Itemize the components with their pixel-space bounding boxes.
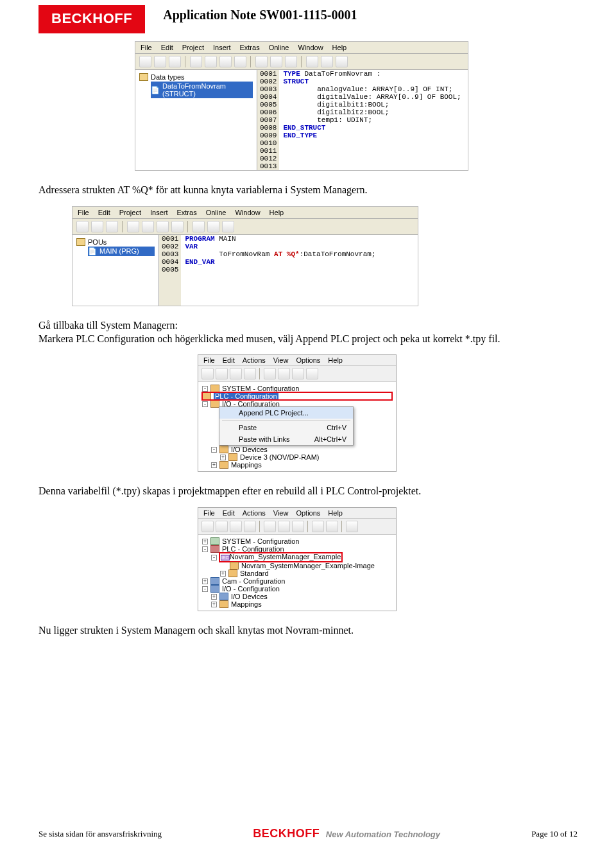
expand-icon[interactable]: -	[202, 386, 208, 392]
tree-item-struct[interactable]: 📄DataToFromNovram (STRUCT)	[151, 82, 253, 98]
toolbar-icon[interactable]	[292, 368, 304, 379]
tree-item[interactable]: +Mappings	[202, 461, 392, 469]
menu-item[interactable]: Help	[332, 44, 347, 51]
toolbar-icon[interactable]	[207, 221, 219, 232]
toolbar-icon[interactable]	[234, 56, 246, 67]
toolbar-icon[interactable]	[306, 56, 318, 67]
tree-item[interactable]: +Cam - Configuration	[202, 577, 392, 585]
tree-item[interactable]: PLC - Configuration	[202, 392, 392, 400]
expand-icon[interactable]: +	[202, 539, 208, 544]
menu-item-paste[interactable]: PasteCtrl+V	[219, 422, 353, 433]
toolbar-icon[interactable]	[76, 221, 89, 232]
menu-item[interactable]: Options	[296, 509, 320, 517]
menu-item[interactable]: Extras	[239, 44, 259, 51]
toolbar-icon[interactable]	[171, 221, 184, 232]
toolbar-icon[interactable]	[127, 221, 139, 232]
toolbar-icon[interactable]	[216, 521, 228, 532]
expand-icon[interactable]: +	[220, 571, 226, 577]
menu-item[interactable]: Options	[296, 356, 320, 364]
toolbar-icon[interactable]	[230, 521, 242, 532]
toolbar-icon[interactable]	[205, 56, 217, 67]
tree-item[interactable]: -SYSTEM - Configuration	[202, 385, 392, 392]
menu-item[interactable]: Edit	[98, 209, 110, 216]
menu-item[interactable]: Help	[270, 209, 284, 216]
menu-item[interactable]: Online	[206, 209, 227, 216]
expand-icon[interactable]: -	[202, 546, 208, 552]
menu-item[interactable]: Edit	[223, 509, 235, 517]
menu-item[interactable]: View	[273, 356, 289, 364]
tree-item[interactable]: +Device 3 (NOV/DP-RAM)	[202, 453, 392, 461]
toolbar-icon[interactable]	[201, 521, 214, 532]
tree-item[interactable]: -IECNovram_SystemManager_Example	[202, 553, 392, 562]
tree-item[interactable]: +SYSTEM - Configuration	[202, 537, 392, 545]
menu-item[interactable]: Online	[269, 44, 289, 51]
toolbar-icon[interactable]	[201, 368, 214, 379]
toolbar-icon[interactable]	[321, 56, 333, 67]
tree-item[interactable]: -I/O Devices	[202, 446, 392, 453]
toolbar-icon[interactable]	[222, 221, 234, 232]
expand-icon[interactable]: +	[211, 602, 217, 607]
toolbar-icon[interactable]	[306, 368, 318, 379]
tree-item-main[interactable]: 📄MAIN (PRG)	[88, 247, 155, 256]
toolbar-icon[interactable]	[264, 521, 276, 532]
toolbar-icon[interactable]	[336, 56, 348, 67]
toolbar-icon[interactable]	[230, 368, 242, 379]
toolbar-icon[interactable]	[142, 221, 154, 232]
menu-item[interactable]: Window	[235, 209, 260, 216]
toolbar-icon[interactable]	[139, 56, 151, 67]
toolbar-icon[interactable]	[216, 368, 228, 379]
menu-item[interactable]: Project	[119, 209, 141, 216]
expand-icon[interactable]: +	[220, 455, 226, 460]
toolbar-icon[interactable]	[244, 521, 256, 532]
toolbar-icon[interactable]	[264, 368, 276, 379]
tree-item[interactable]: +Mappings	[202, 600, 392, 608]
tree-item[interactable]: -PLC - Configuration	[202, 545, 392, 553]
tree-item[interactable]: +Standard	[202, 569, 392, 577]
menu-item[interactable]: Edit	[161, 44, 173, 51]
toolbar-icon[interactable]	[154, 56, 166, 67]
toolbar-icon[interactable]	[326, 521, 338, 532]
toolbar-icon[interactable]	[244, 368, 256, 379]
toolbar-icon[interactable]	[106, 221, 118, 232]
tree-root[interactable]: Data types	[139, 73, 253, 82]
menu-item[interactable]: Project	[182, 44, 204, 51]
toolbar-icon[interactable]	[270, 56, 282, 67]
menu-item[interactable]: Actions	[243, 356, 266, 364]
menu-item[interactable]: View	[273, 509, 289, 517]
menu-item[interactable]: Insert	[213, 44, 231, 51]
toolbar-icon[interactable]	[190, 56, 202, 67]
toolbar-icon[interactable]	[278, 368, 290, 379]
tree-root[interactable]: POUs	[76, 238, 155, 247]
toolbar-icon[interactable]	[346, 521, 358, 532]
menu-item[interactable]: Help	[328, 356, 343, 364]
menu-item-paste-links[interactable]: Paste with LinksAlt+Ctrl+V	[219, 433, 353, 445]
menu-item[interactable]: Help	[328, 509, 343, 517]
menu-item[interactable]: Insert	[150, 209, 168, 216]
toolbar-icon[interactable]	[91, 221, 103, 232]
expand-icon[interactable]: -	[202, 586, 208, 592]
menu-item[interactable]: File	[203, 509, 215, 517]
toolbar-icon[interactable]	[285, 56, 297, 67]
expand-icon[interactable]: +	[202, 578, 208, 584]
menu-item[interactable]: File	[203, 356, 215, 364]
menu-item-append[interactable]: Append PLC Project...	[219, 407, 353, 419]
menu-item[interactable]: Extras	[176, 209, 196, 216]
menu-item[interactable]: File	[78, 209, 89, 216]
toolbar-icon[interactable]	[312, 521, 324, 532]
toolbar-icon[interactable]	[193, 221, 205, 232]
tree-item[interactable]: -I/O - Configuration	[202, 585, 392, 593]
toolbar-icon[interactable]	[157, 221, 169, 232]
expand-icon[interactable]: -	[202, 401, 208, 407]
tree-item[interactable]: +I/O Devices	[202, 593, 392, 600]
expand-icon[interactable]: -	[211, 447, 217, 453]
expand-icon[interactable]: +	[211, 462, 217, 468]
menu-item[interactable]: Actions	[243, 509, 266, 517]
toolbar-icon[interactable]	[292, 521, 304, 532]
toolbar-icon[interactable]	[278, 521, 290, 532]
toolbar-icon[interactable]	[169, 56, 181, 67]
tree-item[interactable]: Novram_SystemManager_Example-Image	[202, 562, 392, 569]
menu-item[interactable]: Window	[298, 44, 323, 51]
menu-item[interactable]: Edit	[223, 356, 235, 364]
menu-item[interactable]: File	[141, 44, 152, 51]
toolbar-icon[interactable]	[255, 56, 268, 67]
